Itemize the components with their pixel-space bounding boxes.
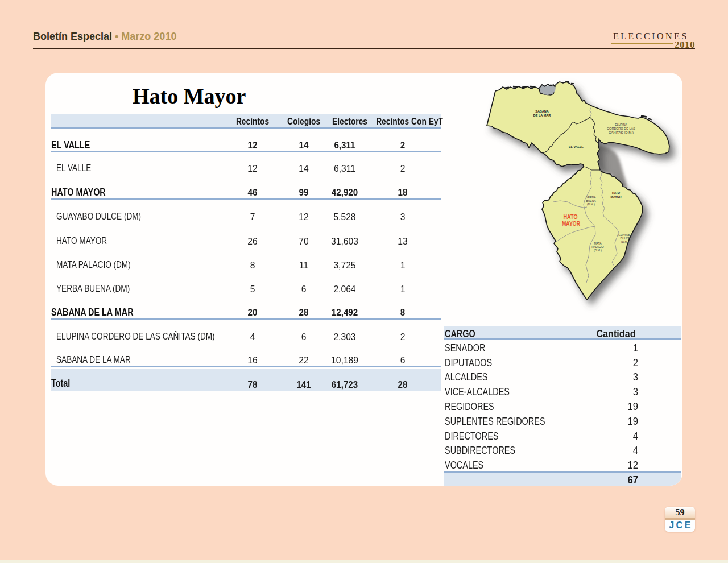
svg-text:HATO: HATO: [564, 213, 578, 220]
svg-text:DE LA MAR: DE LA MAR: [533, 114, 551, 117]
svg-text:EL VALLE: EL VALLE: [569, 145, 584, 148]
svg-text:HATO: HATO: [612, 191, 620, 194]
svg-text:CAÑITAS (D.M.): CAÑITAS (D.M.): [609, 131, 634, 134]
svg-text:MAYOR: MAYOR: [562, 220, 580, 227]
svg-text:MAYOR: MAYOR: [611, 195, 622, 198]
svg-text:CORDERO DE LAS: CORDERO DE LAS: [607, 127, 636, 130]
svg-text:SABANA: SABANA: [535, 110, 549, 113]
svg-text:(D.M.): (D.M.): [594, 249, 602, 252]
svg-text:(D.M.): (D.M.): [587, 202, 595, 206]
svg-text:(D.M.): (D.M.): [621, 240, 629, 243]
svg-text:ELUPINA: ELUPINA: [615, 123, 627, 126]
